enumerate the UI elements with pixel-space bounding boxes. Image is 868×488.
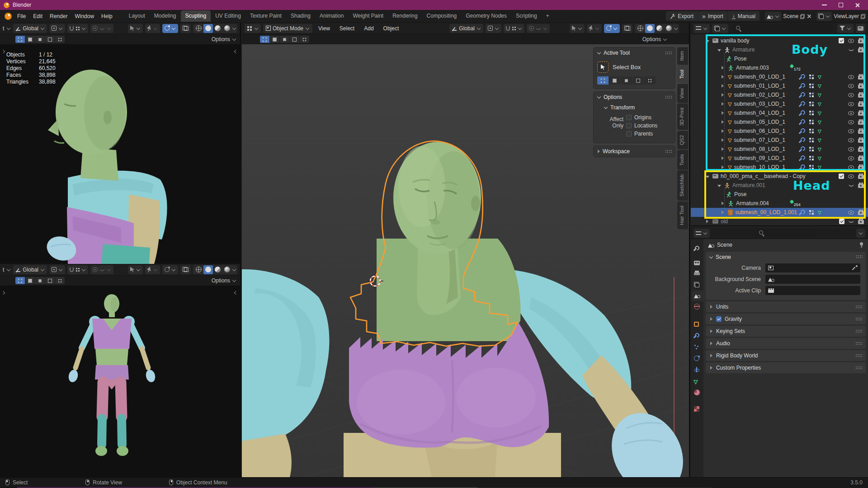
keying-sets-panel-header[interactable]: Keying Sets	[706, 326, 866, 337]
shading-material-button[interactable]	[655, 24, 664, 33]
editor-type-dropdown[interactable]	[693, 24, 710, 33]
checkbox-locations[interactable]: Locations	[626, 122, 671, 129]
modifier-stack-icon[interactable]	[809, 137, 814, 143]
modifier-stack-icon[interactable]	[809, 83, 814, 89]
xray-toggle[interactable]	[622, 24, 632, 33]
hide-eye-icon[interactable]	[848, 120, 854, 124]
outliner-search-input[interactable]	[732, 24, 833, 33]
outliner-row-submesh[interactable]: submesh_06_LOD_1	[691, 127, 868, 136]
camera-field[interactable]	[765, 263, 860, 272]
disable-render-icon[interactable]	[858, 84, 864, 89]
options-dropdown[interactable]: Options	[212, 36, 236, 42]
modifier-wrench-icon[interactable]	[799, 83, 805, 89]
mesh-data-icon[interactable]	[818, 137, 821, 143]
mesh-data-icon[interactable]	[818, 74, 821, 80]
select-mode-extend[interactable]	[270, 36, 279, 43]
select-mode-subtract[interactable]	[35, 277, 45, 284]
drag-dots-icon[interactable]	[855, 329, 862, 333]
hide-eye-icon[interactable]	[848, 84, 854, 88]
select-mode-intersect[interactable]	[55, 36, 65, 43]
disable-render-icon[interactable]	[858, 103, 864, 107]
select-mode-extend[interactable]	[25, 277, 35, 284]
shading-solid-button[interactable]	[203, 24, 213, 33]
outliner-row-submesh[interactable]: submesh_05_LOD_1	[691, 117, 868, 127]
modifier-wrench-icon[interactable]	[799, 164, 805, 170]
workspace-tab-texture-paint[interactable]: Texture Paint	[245, 10, 286, 22]
drag-dots-icon[interactable]	[855, 305, 862, 309]
disclosure-icon[interactable]	[720, 102, 726, 106]
outliner-row-submesh[interactable]: submesh_08_LOD_1	[691, 145, 868, 154]
outliner-row-collection-old[interactable]: old	[691, 217, 868, 226]
modifier-stack-icon[interactable]	[809, 210, 814, 215]
drag-dots-icon[interactable]	[855, 342, 862, 346]
proportional-group[interactable]	[90, 24, 113, 33]
disclosure-icon[interactable]	[720, 66, 726, 70]
mesh-data-icon[interactable]	[818, 83, 821, 89]
collection-checkbox[interactable]	[839, 38, 844, 43]
shading-wireframe-button[interactable]	[194, 24, 203, 33]
disclosure-icon[interactable]	[720, 138, 726, 142]
disclosure-icon[interactable]	[720, 84, 726, 88]
xray-toggle[interactable]	[180, 24, 191, 33]
disclosure-icon[interactable]	[720, 93, 726, 97]
modifier-stack-icon[interactable]	[809, 146, 814, 152]
select-tool-dropdown[interactable]	[128, 24, 143, 33]
viewport-main[interactable]: Object Mode View Select Add Object Globa…	[242, 23, 690, 477]
mode-dropdown[interactable]: Object Mode	[263, 24, 312, 33]
maximize-button[interactable]	[839, 3, 843, 7]
properties-tab-object[interactable]	[694, 322, 701, 328]
modifier-stack-icon[interactable]	[809, 74, 814, 80]
drag-dots-icon[interactable]	[665, 150, 672, 154]
audio-panel-header[interactable]: Audio	[706, 338, 866, 349]
panel-expand-arrow[interactable]	[1, 50, 5, 53]
shading-solid-button[interactable]	[645, 24, 655, 33]
disable-render-icon[interactable]	[858, 184, 864, 188]
mesh-data-icon[interactable]	[818, 92, 821, 98]
hide-eye-icon[interactable]	[848, 147, 854, 151]
outliner-row-pose[interactable]: Pose	[691, 190, 868, 199]
select-mode-intersect[interactable]	[300, 36, 309, 43]
outliner-row-submesh[interactable]: submesh_10_LOD_1	[691, 163, 868, 172]
active-clip-field[interactable]	[765, 286, 860, 295]
drag-dots-icon[interactable]	[856, 255, 863, 259]
npanel-tab-3d-print[interactable]: 3D-Print	[677, 103, 688, 130]
disclosure-icon[interactable]	[720, 111, 726, 115]
panel-collapse-arrow[interactable]	[234, 50, 238, 53]
outliner-row-submesh[interactable]: submesh_00_LOD_1	[691, 72, 868, 81]
workspace-tab-geometry-nodes[interactable]: Geometry Nodes	[461, 10, 511, 22]
modifier-stack-icon[interactable]	[809, 110, 814, 116]
npanel-tab-view[interactable]: View	[677, 84, 688, 103]
outliner-row-collection[interactable]: vanilla body	[691, 36, 868, 45]
shading-material-button[interactable]	[213, 24, 222, 33]
import-button[interactable]: » Import	[698, 11, 728, 21]
shading-rendered-button[interactable]	[222, 265, 232, 274]
disable-render-icon[interactable]	[858, 112, 864, 116]
modifier-wrench-icon[interactable]	[799, 101, 805, 107]
disable-render-icon[interactable]	[858, 157, 864, 161]
background-scene-field[interactable]	[765, 275, 860, 284]
menu-file[interactable]: File	[14, 13, 29, 19]
mesh-data-icon[interactable]	[818, 110, 821, 116]
hide-eye-icon[interactable]	[848, 111, 854, 115]
export-button[interactable]: Export	[666, 11, 698, 21]
viewport-side-canvas[interactable]: Objects1 / 12 Vertices21,645 Edges60,520…	[0, 44, 240, 264]
properties-tab-output[interactable]	[694, 271, 701, 277]
disclosure-icon[interactable]	[720, 165, 726, 169]
properties-tab-texture[interactable]	[694, 406, 701, 413]
select-mode-new[interactable]	[15, 277, 25, 284]
snap-group[interactable]	[504, 24, 524, 33]
npanel-tab-tool[interactable]: Tool	[677, 66, 688, 83]
gravity-checkbox[interactable]	[716, 316, 722, 322]
pivot-dropdown[interactable]	[49, 265, 65, 274]
select-mode-new[interactable]	[15, 36, 25, 43]
hide-eye-icon[interactable]	[848, 93, 854, 97]
disable-render-icon[interactable]	[858, 75, 864, 80]
modifier-wrench-icon[interactable]	[799, 146, 805, 152]
modifier-wrench-icon[interactable]	[799, 92, 805, 98]
active-tool-panel-header[interactable]: Active Tool	[594, 47, 675, 58]
editor-type-dropdown[interactable]	[693, 229, 710, 238]
select-tool-dropdown[interactable]	[570, 24, 585, 33]
xray-toggle[interactable]	[180, 265, 191, 274]
shading-wireframe-button[interactable]	[194, 265, 203, 274]
workspace-tab-uv-editing[interactable]: UV Editing	[211, 10, 245, 22]
